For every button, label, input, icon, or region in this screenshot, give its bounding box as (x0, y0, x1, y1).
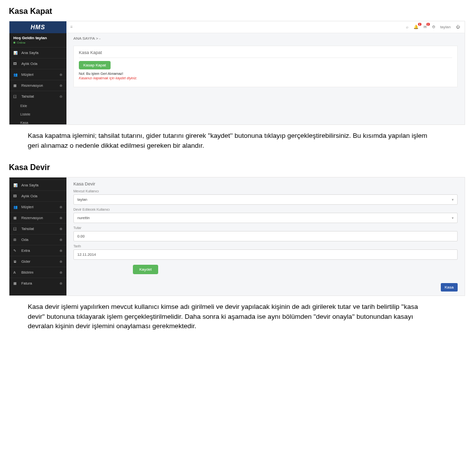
kaydet-button[interactable]: Kaydet (133, 265, 158, 274)
app-logo: HMS (9, 21, 66, 33)
chevron-icon: ⊕ (60, 260, 62, 264)
main-area: Kasa Devir Mevcut Kullanıcı taylan▼ Devi… (66, 177, 465, 295)
chevron-icon: ⊕ (60, 84, 62, 88)
gear-icon[interactable]: ⚙ (432, 25, 435, 29)
label-mevcut-kullanici: Mevcut Kullanıcı (73, 189, 458, 193)
sidebar-sub-kasa[interactable]: Kasa (9, 118, 66, 127)
dashboard-icon: 📊 (13, 183, 18, 187)
users-icon: 👥 (13, 205, 18, 209)
sidebar: Hoş Geldin taylan Online 📊Ana Sayfa 🖼Ayl… (9, 33, 66, 124)
sidebar-item-fatura[interactable]: ▦Fatura⊕ (9, 278, 66, 289)
sidebar-item-tahsilat[interactable]: ⟦⟧Tahsilat⊕ (9, 223, 66, 234)
chevron-icon: ⊕ (60, 216, 62, 220)
chevron-icon: ⊕ (60, 227, 62, 231)
sidebar-item-rezervasyon[interactable]: ▦Rezervasyon⊕ (9, 212, 66, 223)
document-icon: 🗎 (13, 260, 18, 263)
panel-title: Kasa Kapat (79, 50, 452, 58)
chevron-down-icon: ⊖ (60, 95, 62, 99)
chevron-down-icon: ▼ (451, 198, 454, 201)
chevron-icon: ⊕ (60, 249, 62, 253)
topbar: ≡ ⌕ 🔔2 ✉2 ⚙ taylan ⏻ (66, 21, 465, 33)
main-area: ANA SAYFA > - Kasa Kapat Kasap Kapat Not… (66, 33, 465, 124)
paragraph-kasa-devir: Kasa devir işlemi yapılırken mevcut kull… (28, 302, 434, 331)
font-icon: A (13, 271, 18, 274)
hamburger-icon[interactable]: ≡ (70, 25, 75, 29)
image-icon: 🖼 (13, 62, 18, 65)
money-icon: ⟦⟧ (13, 95, 18, 99)
chevron-icon: ⊕ (60, 205, 62, 209)
notification-bell-icon[interactable]: 🔔2 (414, 25, 418, 29)
chevron-icon: ⊕ (60, 282, 62, 286)
sidebar-item-extra[interactable]: ✎Extra⊕ (9, 245, 66, 256)
power-icon[interactable]: ⏻ (456, 25, 460, 29)
screenshot-kasa-kapat: HMS ≡ ⌕ 🔔2 ✉2 ⚙ taylan ⏻ Hoş Geldin tayl… (9, 21, 465, 125)
sidebar-item-oda[interactable]: ⊞Oda⊕ (9, 234, 66, 245)
section-title-kasa-devir: Kasa Devir (9, 163, 467, 172)
select-devir-kullanici[interactable]: nurettin▼ (73, 213, 458, 223)
edit-icon: ✎ (13, 249, 18, 253)
mail-badge: 2 (426, 23, 430, 26)
calendar-icon: ▦ (13, 216, 18, 220)
label-tarih: Tarih (73, 244, 458, 248)
dashboard-icon: 📊 (13, 51, 18, 55)
sidebar-item-bildirim[interactable]: ABildirim⊕ (9, 267, 66, 278)
sidebar-item-rezervasyon[interactable]: ▦Rezervasyon⊕ (9, 80, 66, 91)
label-tutar: Tutar (73, 226, 458, 230)
users-icon: 👥 (13, 73, 18, 77)
chevron-icon: ⊕ (60, 238, 62, 242)
sidebar-item-anasayfa[interactable]: 📊Ana Sayfa (9, 47, 66, 58)
label-devir-kullanici: Devir Edilecek Kullanıcı (73, 208, 458, 211)
kasa-button[interactable]: Kasa (441, 283, 458, 292)
input-tutar[interactable]: 0.00 (73, 231, 458, 241)
select-mevcut-kullanici[interactable]: taylan▼ (73, 194, 458, 205)
sidebar: 📊Ana Sayfa 🖼Aylık Oda 👥Müşteri⊕ ▦Rezerva… (9, 177, 66, 295)
paragraph-kasa-kapat: Kasa kapatma işlemini; tahsilat tutarını… (28, 131, 434, 150)
image-icon: 🖼 (13, 194, 18, 198)
section-title-kasa-kapat: Kasa Kapat (9, 7, 467, 16)
sidebar-item-anasayfa[interactable]: 📊Ana Sayfa (9, 179, 66, 190)
chevron-icon: ⊕ (60, 73, 62, 77)
topbar-user[interactable]: taylan (440, 25, 451, 29)
mail-icon[interactable]: ✉2 (423, 25, 427, 29)
sidebar-item-aylikoda[interactable]: 🖼Aylık Oda (9, 190, 66, 201)
calendar-icon: ▦ (13, 282, 18, 286)
grid-icon: ⊞ (13, 238, 18, 242)
panel-note-warning: Not: Bu işlem Geri Alınamaz! (79, 72, 452, 75)
sidebar-item-musteri[interactable]: 👥Müşteri⊕ (9, 201, 66, 212)
panel-kasa-kapat: Kasa Kapat Kasap Kapat Not: Bu işlem Ger… (73, 46, 458, 87)
panel-note-hint: Kasanızı kapatmak için kaydet diyiniz. (79, 76, 452, 80)
sidebar-item-gider[interactable]: 🗎Gider⊕ (9, 256, 66, 267)
chevron-down-icon: ▼ (451, 217, 454, 220)
breadcrumb: ANA SAYFA > - (66, 33, 465, 44)
calendar-icon: ▦ (13, 84, 18, 88)
input-tarih[interactable]: 12.11.2014 (73, 249, 458, 260)
search-icon[interactable]: ⌕ (406, 25, 409, 29)
sidebar-item-musteri[interactable]: 👥Müşteri⊕ (9, 69, 66, 80)
screenshot-kasa-devir: 📊Ana Sayfa 🖼Aylık Oda 👥Müşteri⊕ ▦Rezerva… (9, 177, 465, 296)
sidebar-item-aylikoda[interactable]: 🖼Aylık Oda (9, 58, 66, 69)
sidebar-online: Online (9, 41, 66, 47)
notif-badge: 2 (418, 23, 421, 26)
form-title: Kasa Devir (73, 181, 458, 186)
sidebar-item-tahsilat[interactable]: ⟦⟧Tahsilat⊖ (9, 91, 66, 102)
sidebar-sub-ekle[interactable]: Ekle (9, 102, 66, 110)
chevron-icon: ⊕ (60, 271, 62, 275)
sidebar-welcome: Hoş Geldin taylan (9, 33, 66, 41)
money-icon: ⟦⟧ (13, 227, 18, 231)
kasap-kapat-button[interactable]: Kasap Kapat (79, 61, 111, 69)
sidebar-sub-listele[interactable]: Listele (9, 110, 66, 118)
